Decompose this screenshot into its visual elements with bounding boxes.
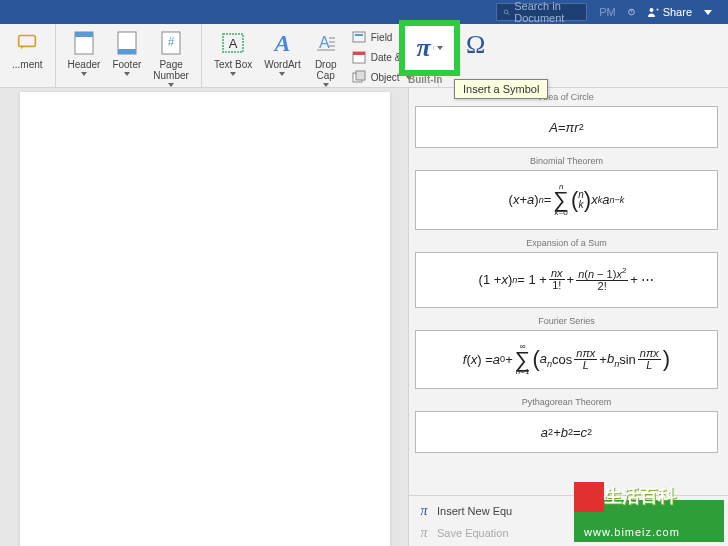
pi-save-icon: π: [417, 525, 431, 541]
pi-icon: π: [417, 503, 431, 519]
equation-gallery-item[interactable]: Pythagorean Theorem a2 + b2 = c2: [415, 397, 718, 453]
insert-new-equation-button[interactable]: π Insert New Equ: [415, 500, 722, 522]
search-placeholder: Search in Document: [514, 0, 580, 24]
svg-text:#: #: [168, 35, 175, 49]
ribbon-insert-tab: ...ment Header Footer # Page Number A Te…: [0, 24, 728, 88]
share-button[interactable]: + Share: [647, 6, 692, 18]
svg-line-1: [508, 13, 510, 15]
share-label: Share: [663, 6, 692, 18]
collapse-ribbon-caret-icon[interactable]: [704, 10, 712, 15]
header-footer-group: Header Footer # Page Number: [56, 24, 202, 87]
title-bar: Search in Document PM ? + Share: [0, 0, 728, 24]
svg-rect-23: [353, 52, 365, 55]
equation-button[interactable]: π: [416, 33, 442, 63]
equation-gallery-item[interactable]: Expansion of a Sum (1 + x)n = 1 + nx1! +…: [415, 238, 718, 308]
wordart-button[interactable]: A WordArt: [258, 26, 307, 78]
chevron-down-icon: [81, 72, 87, 76]
svg-rect-10: [118, 49, 136, 54]
svg-text:A: A: [319, 34, 330, 51]
chevron-down-icon: [230, 72, 236, 76]
symbol-button[interactable]: Ω: [466, 30, 485, 60]
svg-rect-21: [355, 34, 363, 36]
chevron-down-icon: [279, 72, 285, 76]
search-in-document-box[interactable]: Search in Document: [496, 3, 587, 21]
page-number-button[interactable]: # Page Number: [147, 26, 195, 89]
comments-group: ...ment: [0, 24, 56, 87]
share-person-icon: +: [647, 6, 659, 18]
pi-icon: π: [416, 33, 430, 63]
equation-gallery-item[interactable]: Area of Circle A = πr2: [415, 92, 718, 148]
equation-gallery-dropdown: Area of Circle A = πr2 Binomial Theorem …: [408, 88, 728, 546]
svg-rect-25: [356, 71, 365, 80]
svg-text:+: +: [656, 6, 659, 12]
svg-rect-8: [75, 32, 93, 37]
search-icon: [503, 7, 510, 18]
equation-dropdown-arrow[interactable]: [433, 46, 443, 50]
comment-button[interactable]: ...ment: [6, 26, 49, 72]
document-page[interactable]: [20, 92, 390, 546]
equation-button-highlight: π: [399, 20, 460, 76]
text-box-button[interactable]: A Text Box: [208, 26, 258, 78]
help-icon[interactable]: ?: [628, 5, 635, 19]
equation-tooltip: Insert a Symbol: [454, 79, 548, 99]
svg-text:?: ?: [630, 9, 633, 14]
header-button[interactable]: Header: [62, 26, 107, 78]
clock-fragment: PM: [599, 6, 616, 18]
svg-rect-20: [353, 32, 365, 42]
svg-point-4: [649, 8, 653, 12]
chevron-down-icon: [323, 83, 329, 87]
equation-gallery-item[interactable]: Binomial Theorem (x + a)n = n∑k=0 (nk) x…: [415, 156, 718, 230]
save-equation-button: π Save Equation: [415, 522, 722, 544]
footer-button[interactable]: Footer: [106, 26, 147, 78]
equation-gallery-item[interactable]: Fourier Series f(x) = a0 + ∞∑n=1 (an cos…: [415, 316, 718, 390]
svg-rect-6: [19, 36, 36, 47]
svg-text:A: A: [229, 36, 238, 51]
chevron-down-icon: [124, 72, 130, 76]
chevron-down-icon: [168, 83, 174, 87]
equation-gallery-footer: π Insert New Equ π Save Equation: [409, 495, 728, 546]
svg-point-0: [504, 10, 508, 14]
drop-cap-button[interactable]: A Drop Cap: [307, 26, 345, 89]
